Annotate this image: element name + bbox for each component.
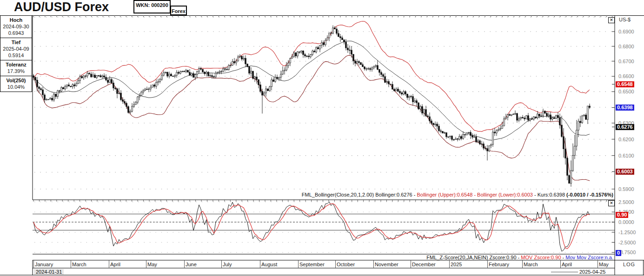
indicator-label-segment: FML_Z-Score(20,JA,NEIN) Zscore:0.90 -	[426, 255, 521, 260]
chart-canvas[interactable]: 0.69000.68000.67000.66000.65000.63000.62…	[0, 0, 644, 276]
price-badge-bollinger-upper: 0.6548	[616, 81, 634, 87]
month-label: July	[223, 262, 232, 267]
log-scale-toggle[interactable]: LOG	[615, 260, 644, 275]
zscore-badge-zscore-last: 0.90	[616, 212, 628, 218]
close-icon[interactable]: ✕	[608, 17, 615, 23]
month-separator	[260, 260, 260, 268]
month-label: March	[72, 262, 86, 267]
month-label: February	[489, 262, 509, 267]
price-tick-label: 0.6100	[618, 153, 634, 158]
month-separator	[522, 260, 523, 268]
bollinger-indicator-label: FML_Bollinger(Close,20,1,2.00) Bollinger…	[302, 192, 613, 197]
price-badge-bollinger-mid: 0.6276	[616, 124, 634, 130]
close-icon[interactable]: ✕	[608, 200, 615, 206]
month-label: June	[186, 262, 197, 267]
month-separator	[221, 260, 222, 268]
month-separator	[449, 260, 450, 268]
price-tick-label: 0.6500	[618, 89, 634, 94]
month-separator	[184, 260, 185, 268]
month-separator	[335, 260, 336, 268]
price-tick-label: 0.5900	[618, 186, 634, 192]
currency-label: US-$	[619, 17, 631, 22]
month-separator	[487, 260, 488, 268]
chart-window: AUD/USD Forex WKN: 000200 Forex Hoch2024…	[0, 0, 644, 276]
price-tick-label: 0.6700	[618, 59, 634, 64]
zscore-tick-label: 0.0000	[618, 219, 634, 225]
month-label: October	[337, 262, 355, 267]
zscore-badge-movmov-zscore: 0	[616, 250, 621, 256]
month-label: August	[261, 262, 277, 267]
month-label: 2025	[451, 262, 462, 267]
zscore-tick-label: 2.5000	[618, 199, 634, 205]
month-label: April	[110, 262, 120, 267]
zscore-tick-label: -1.2500	[618, 230, 636, 235]
indicator-label-segment: MOV Zscore:0.90	[521, 255, 561, 260]
month-separator	[298, 260, 299, 268]
month-label: March	[524, 262, 538, 267]
month-separator	[560, 260, 561, 268]
price-tick-label: 0.6800	[618, 44, 634, 49]
month-label: May	[599, 262, 609, 267]
price-tick-label: 0.6200	[618, 137, 634, 142]
month-separator	[109, 260, 109, 268]
indicator-label-segment: FML_Bollinger(Close,20,1,2.00) Bollinger…	[302, 192, 417, 197]
month-label: April	[562, 262, 572, 267]
month-label: December	[412, 262, 436, 267]
end-date: 2025-04-25	[579, 269, 605, 275]
scrollbar-thumb[interactable]	[551, 271, 578, 273]
zscore-tick-label: -2.5000	[618, 240, 636, 245]
month-label: November	[375, 262, 398, 267]
start-date: 2024-01-31	[34, 269, 64, 275]
price-tick-label: 0.6600	[618, 73, 634, 79]
indicator-label-segment: (-0.0010 / -0.1576%)	[566, 192, 613, 197]
price-badge-last-price: 0.6398	[616, 105, 634, 111]
price-tick-label: 0.6900	[618, 29, 634, 34]
month-separator	[33, 260, 34, 268]
month-separator	[71, 260, 71, 268]
indicator-label-segment: - Kurs:0.6398	[533, 192, 566, 197]
indicator-label-segment: Mov Mov Zscore:n.a.	[565, 255, 613, 260]
month-label: January	[35, 262, 53, 267]
month-separator	[146, 260, 146, 268]
indicator-label-segment: -	[561, 255, 566, 260]
month-separator	[411, 260, 411, 268]
month-separator	[598, 260, 598, 268]
month-separator	[373, 260, 374, 268]
month-label: May	[147, 262, 157, 267]
price-badge-bollinger-lower: 0.6003	[616, 169, 634, 175]
month-label: September	[299, 262, 325, 267]
zscore-indicator-label: FML_Z-Score(20,JA,NEIN) Zscore:0.90 - MO…	[426, 255, 613, 260]
indicator-label-segment: Bollinger (Upper):0.6548 - Bollinger (Lo…	[417, 192, 532, 197]
